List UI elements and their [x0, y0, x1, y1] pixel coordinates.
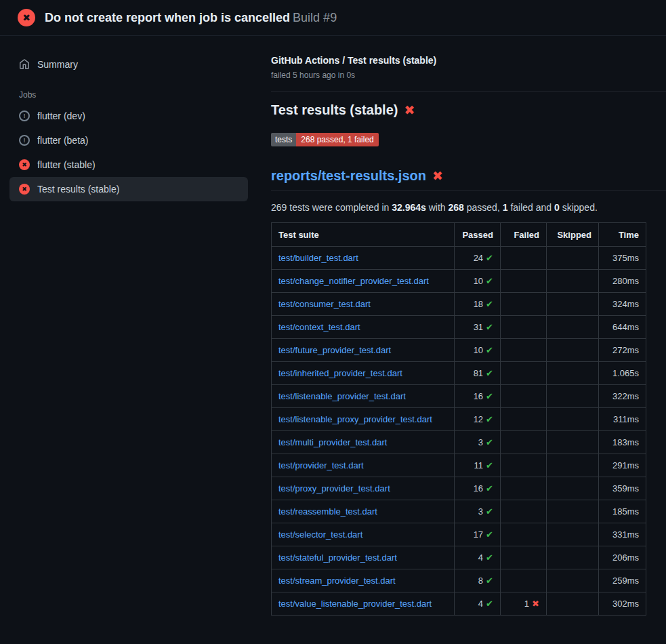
time-cell: 324ms: [599, 293, 646, 316]
failed-cell: [501, 500, 547, 523]
suite-link[interactable]: test/value_listenable_provider_test.dart: [278, 599, 432, 609]
skipped-cell: [547, 293, 599, 316]
job-label: flutter (stable): [37, 159, 96, 170]
suite-link[interactable]: test/provider_test.dart: [278, 460, 364, 470]
suite-link[interactable]: test/selector_test.dart: [278, 529, 362, 540]
suite-link[interactable]: test/inherited_provider_test.dart: [278, 368, 402, 378]
check-icon: ✔: [486, 460, 493, 470]
check-icon: ✔: [486, 253, 493, 263]
table-row: test/listenable_proxy_provider_test.dart…: [272, 408, 646, 431]
suite-link[interactable]: test/change_notifier_provider_test.dart: [278, 276, 429, 286]
job-label: Test results (stable): [37, 184, 119, 195]
table-row: test/selector_test.dart17✔331ms: [272, 523, 646, 546]
suite-cell: test/context_test.dart: [272, 316, 455, 339]
time-cell: 375ms: [599, 247, 646, 270]
sidebar-item-test-results-stable[interactable]: ✖Test results (stable): [9, 177, 248, 201]
check-icon: ✔: [486, 437, 493, 447]
summary-number: 268: [449, 202, 464, 213]
run-status-text: failed 5 hours ago in 0s: [271, 71, 666, 80]
sidebar-item-flutter-beta[interactable]: !flutter (beta): [9, 128, 248, 153]
table-row: test/reassemble_test.dart3✔185ms: [272, 500, 646, 523]
failed-cell: [501, 293, 547, 316]
table-row: test/stream_provider_test.dart8✔259ms: [272, 569, 646, 592]
sidebar-item-summary[interactable]: Summary: [9, 52, 248, 77]
suite-cell: test/consumer_test.dart: [272, 293, 455, 316]
skipped-cell: [547, 569, 599, 592]
skipped-cell: [547, 408, 599, 431]
page-title: Do not create report when job is cancell…: [45, 11, 337, 25]
summary-text: 269 tests were completed in: [271, 202, 392, 213]
time-cell: 1.065s: [599, 362, 646, 385]
passed-count: 24: [474, 253, 483, 263]
passed-count: 17: [474, 529, 483, 540]
suite-link[interactable]: test/builder_test.dart: [278, 253, 358, 263]
table-header-row: Test suitePassedFailedSkippedTime: [272, 223, 646, 247]
skipped-cell: [547, 316, 599, 339]
badge-label: tests: [271, 133, 296, 146]
table-body: test/builder_test.dart24✔375mstest/chang…: [272, 247, 646, 616]
sidebar-item-flutter-stable[interactable]: ✖flutter (stable): [9, 153, 248, 177]
passed-cell: 11✔: [455, 454, 501, 477]
breadcrumb: GitHub Actions / Test results (stable): [271, 55, 666, 66]
suite-link[interactable]: test/listenable_provider_test.dart: [278, 391, 406, 401]
skipped-cell: [547, 339, 599, 362]
failed-cell: [501, 477, 547, 500]
suite-link[interactable]: test/listenable_proxy_provider_test.dart: [278, 414, 432, 424]
home-icon: [19, 59, 30, 70]
failed-cell: [501, 569, 547, 592]
suite-cell: test/multi_provider_test.dart: [272, 431, 455, 454]
summary-text: with: [426, 202, 449, 213]
passed-count: 3: [478, 437, 483, 447]
suite-cell: test/stream_provider_test.dart: [272, 569, 455, 592]
tests-badge: tests 268 passed, 1 failed: [271, 133, 379, 146]
suite-link[interactable]: test/reassemble_test.dart: [278, 506, 377, 517]
failed-cell: [501, 546, 547, 569]
failed-x-icon: ✖: [404, 104, 415, 117]
time-cell: 644ms: [599, 316, 646, 339]
skipped-cell: [547, 247, 599, 270]
suite-link[interactable]: test/consumer_test.dart: [278, 299, 371, 309]
suite-link[interactable]: test/stateful_provider_test.dart: [278, 552, 397, 563]
check-icon: ✔: [486, 368, 493, 378]
suite-link[interactable]: test/proxy_provider_test.dart: [278, 483, 390, 494]
table-row: test/proxy_provider_test.dart16✔359ms: [272, 477, 646, 500]
sidebar: Summary Jobs !flutter (dev)!flutter (bet…: [0, 36, 257, 201]
passed-cell: 16✔: [455, 385, 501, 408]
suite-cell: test/provider_test.dart: [272, 454, 455, 477]
suite-cell: test/selector_test.dart: [272, 523, 455, 546]
passed-cell: 3✔: [455, 431, 501, 454]
passed-cell: 4✔: [455, 592, 501, 616]
time-cell: 185ms: [599, 500, 646, 523]
check-icon: ✔: [486, 345, 493, 355]
summary-number: 32.964s: [392, 202, 426, 213]
suite-cell: test/listenable_provider_test.dart: [272, 385, 455, 408]
x-glyph: ✖: [22, 162, 27, 168]
suite-link[interactable]: test/context_test.dart: [278, 322, 360, 332]
x-circle-icon: ✖: [18, 9, 35, 26]
table-row: test/multi_provider_test.dart3✔183ms: [272, 431, 646, 454]
report-link[interactable]: reports/test-results.json: [271, 168, 426, 184]
failed-cell: [501, 247, 547, 270]
section-title: Test results (stable) ✖: [271, 102, 666, 118]
badge-value: 268 passed, 1 failed: [296, 133, 378, 146]
failed-x-icon: ✖: [432, 169, 443, 182]
check-icon: ✔: [486, 552, 493, 563]
suite-cell: test/change_notifier_provider_test.dart: [272, 270, 455, 293]
page-header: ✖ Do not create report when job is cance…: [0, 0, 666, 36]
failed-cell: [501, 316, 547, 339]
passed-count: 4: [478, 552, 483, 563]
suite-link[interactable]: test/future_provider_test.dart: [278, 345, 391, 355]
suite-link[interactable]: test/multi_provider_test.dart: [278, 437, 387, 447]
suite-link[interactable]: test/stream_provider_test.dart: [278, 576, 396, 586]
column-header-time: Time: [599, 223, 646, 247]
table-row: test/context_test.dart31✔644ms: [272, 316, 646, 339]
sidebar-item-flutter-dev[interactable]: !flutter (dev): [9, 104, 248, 128]
time-cell: 291ms: [599, 454, 646, 477]
table-row: test/change_notifier_provider_test.dart1…: [272, 270, 646, 293]
check-icon: ✔: [486, 391, 493, 401]
failed-cell: [501, 431, 547, 454]
jobs-heading: Jobs: [19, 90, 248, 100]
time-cell: 183ms: [599, 431, 646, 454]
passed-count: 11: [474, 460, 484, 470]
skipped-cell: [547, 592, 599, 616]
